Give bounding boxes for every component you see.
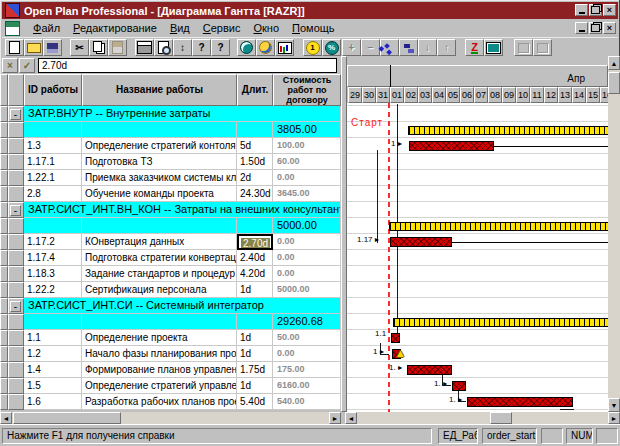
remove-button[interactable]: − — [361, 39, 380, 56]
row-selector[interactable] — [8, 362, 24, 378]
row-selector[interactable] — [0, 170, 8, 186]
cell-duration[interactable]: 4.20d — [237, 266, 273, 282]
menu-view[interactable]: Вид — [170, 22, 190, 34]
application-icon[interactable] — [5, 3, 20, 18]
task-bar-1-17-2[interactable] — [390, 237, 452, 247]
row-selector[interactable] — [0, 282, 8, 298]
row-selector[interactable] — [8, 330, 24, 346]
row-selector[interactable] — [8, 250, 24, 266]
cell-duration[interactable]: 1d — [237, 378, 273, 394]
collapse-all-button[interactable] — [399, 39, 418, 56]
row-selector[interactable] — [0, 106, 8, 122]
new-document-button[interactable] — [5, 39, 24, 56]
print-preview-button[interactable] — [154, 39, 173, 56]
move-down-button[interactable]: ↓ — [418, 39, 437, 56]
cell-id[interactable]: 1.18.3 — [24, 266, 82, 282]
row-selector[interactable] — [8, 266, 24, 282]
row-selector[interactable] — [0, 378, 8, 394]
zigzag-view-button[interactable]: Z — [465, 39, 484, 56]
summary-bar-group-3[interactable] — [393, 318, 608, 327]
cell-name[interactable]: Обучение команды проекта — [82, 186, 237, 202]
window-tool-button-1[interactable] — [514, 39, 533, 56]
row-selector[interactable]: - — [8, 202, 24, 218]
row-selector[interactable] — [8, 314, 24, 330]
cell-duration[interactable] — [237, 218, 273, 234]
row-selector[interactable] — [0, 362, 8, 378]
cell-id[interactable]: 1.3 — [24, 138, 82, 154]
child-minimize-button[interactable] — [575, 22, 588, 34]
row-selector[interactable] — [0, 154, 8, 170]
cell-cost[interactable]: 0.00 — [273, 266, 341, 282]
cell-name[interactable]: Задание стандартов и процедур по д — [82, 266, 237, 282]
move-up-button[interactable]: ↑ — [437, 39, 456, 56]
task-bar-1-4[interactable] — [407, 365, 452, 375]
row-selector[interactable] — [8, 122, 24, 138]
row-selector[interactable] — [8, 218, 24, 234]
menu-file[interactable]: Файл — [33, 22, 60, 34]
cell-cost[interactable]: 3645.00 — [273, 186, 341, 202]
row-selector[interactable] — [8, 346, 24, 362]
minimize-button[interactable] — [575, 4, 588, 16]
task-bar-1-5[interactable] — [452, 381, 466, 391]
child-restore-button[interactable] — [589, 22, 602, 34]
row-selector[interactable] — [0, 218, 8, 234]
resource-analysis-button[interactable] — [256, 39, 275, 56]
cell-name[interactable]: Подготовка стратегии конвертации — [82, 250, 237, 266]
task-bar-1-1[interactable] — [391, 333, 400, 343]
column-header-name[interactable]: Название работы — [82, 74, 237, 106]
close-button[interactable]: × — [603, 4, 616, 16]
row-selector[interactable] — [8, 170, 24, 186]
cell-id[interactable]: 1.17.1 — [24, 154, 82, 170]
cell-id[interactable] — [24, 218, 82, 234]
menu-tools[interactable]: Сервис — [203, 22, 241, 34]
save-button[interactable] — [43, 39, 62, 56]
cell-id[interactable]: 1.17.2 — [24, 234, 82, 250]
task-bar-1-3[interactable] — [409, 141, 494, 151]
cell-id[interactable]: 1.6 — [24, 394, 82, 410]
percent-complete-button[interactable]: % — [322, 39, 341, 56]
cell-duration[interactable]: 1d — [237, 346, 273, 362]
menu-edit[interactable]: Редактирование — [73, 22, 157, 34]
cell-duration[interactable]: 2d — [237, 170, 273, 186]
cell-cost[interactable]: 0.00 — [273, 234, 341, 250]
scroll-right-button[interactable]: ► — [608, 412, 620, 424]
cell-id[interactable]: 1.2 — [24, 346, 82, 362]
cell-name[interactable]: Приемка заказчиком системы клиента — [82, 170, 237, 186]
cell-duration[interactable]: 1d — [237, 282, 273, 298]
edit-cancel-button[interactable]: × — [2, 58, 18, 73]
restore-button[interactable] — [589, 4, 602, 16]
group-title[interactable]: ЗАТР.ВНУТР -- Внутренние затраты — [24, 106, 341, 122]
collapse-group-button[interactable]: - — [10, 301, 21, 312]
row-selector[interactable]: - — [8, 298, 24, 314]
row-selector[interactable] — [0, 186, 8, 202]
row-selector[interactable] — [0, 202, 8, 218]
cell-name[interactable]: Подготовка ТЗ — [82, 154, 237, 170]
copy-button[interactable] — [89, 39, 108, 56]
column-header-duration[interactable]: Длит. — [237, 74, 273, 106]
cell-duration[interactable] — [237, 122, 273, 138]
vertical-scroll-thumb[interactable] — [608, 72, 620, 94]
cell-name[interactable] — [82, 218, 237, 234]
row-selector[interactable] — [0, 266, 8, 282]
cell-cost[interactable]: 50.00 — [273, 330, 341, 346]
cell-group-total[interactable]: 29260.68 — [273, 314, 341, 330]
cell-cost[interactable]: 540.00 — [273, 394, 341, 410]
help-button[interactable]: ? — [192, 39, 211, 56]
row-selector[interactable] — [0, 122, 8, 138]
screen-view-button[interactable] — [484, 39, 503, 56]
cell-id[interactable]: 1.4 — [24, 362, 82, 378]
row-selector[interactable] — [0, 330, 8, 346]
scroll-right-button[interactable]: ► — [329, 412, 341, 424]
group-title[interactable]: ЗАТР.СИСТ_ИНТ.ВН_КОН -- Затраты на внешн… — [24, 202, 341, 218]
cell-id[interactable]: 2.8 — [24, 186, 82, 202]
cell-name[interactable]: Определение проекта — [82, 330, 237, 346]
cell-id[interactable]: 1.1 — [24, 330, 82, 346]
cell-name[interactable]: Начало фазы планирования проекта — [82, 346, 237, 362]
cell-cost[interactable]: 6160.00 — [273, 378, 341, 394]
scroll-up-button[interactable]: ▲ — [608, 56, 620, 70]
cell-duration[interactable]: 24.30d — [237, 186, 273, 202]
add-button[interactable]: + — [342, 39, 361, 56]
cell-cost[interactable]: 175.00 — [273, 362, 341, 378]
window-tool-button-2[interactable] — [533, 39, 552, 56]
cost-button[interactable]: 1 — [303, 39, 322, 56]
